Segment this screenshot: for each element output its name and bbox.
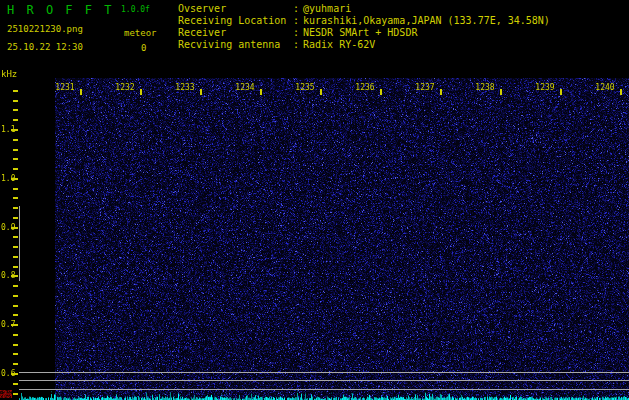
time-tick-label: 1238 bbox=[475, 83, 495, 92]
time-tick bbox=[620, 89, 622, 95]
freq-minor-tick bbox=[13, 168, 18, 170]
time-tick-label: 1235 bbox=[295, 83, 315, 92]
freq-minor-tick bbox=[13, 305, 18, 307]
freq-minor-tick bbox=[13, 353, 18, 355]
output-filename: 2510221230.png bbox=[7, 24, 83, 34]
freq-minor-tick bbox=[13, 207, 18, 209]
station-info-row: Receiving Location:kurashiki,Okayama,JAP… bbox=[178, 15, 550, 27]
freq-minor-tick bbox=[13, 100, 18, 102]
freq-minor-tick bbox=[13, 109, 18, 111]
time-tick bbox=[140, 89, 142, 95]
freq-minor-tick bbox=[13, 363, 18, 365]
spectrogram-canvas bbox=[55, 78, 629, 400]
freq-minor-tick bbox=[13, 314, 18, 316]
freq-tick-label: 1.0 bbox=[1, 174, 15, 183]
freq-tick-label: 0.8 bbox=[1, 271, 15, 280]
freq-minor-tick bbox=[13, 188, 18, 190]
info-value: Radix RY-62V bbox=[303, 39, 375, 51]
station-info-row: Receiver:NESDR SMArt + HDSDR bbox=[178, 27, 550, 39]
info-value: @yuhmari bbox=[303, 3, 351, 15]
time-tick-label: 1236 bbox=[355, 83, 375, 92]
freq-minor-tick bbox=[13, 256, 18, 258]
station-info-row: Ovserver:@yuhmari bbox=[178, 3, 550, 15]
freq-minor-tick bbox=[13, 236, 18, 238]
app-title: H R O F F T bbox=[7, 3, 114, 17]
freq-axis-unit: kHz bbox=[1, 69, 17, 79]
freq-minor-tick bbox=[13, 334, 18, 336]
time-tick bbox=[80, 89, 82, 95]
freq-minor-tick bbox=[13, 139, 18, 141]
time-tick-label: 1237 bbox=[415, 83, 435, 92]
time-tick bbox=[500, 89, 502, 95]
observation-datetime: 25.10.22 12:30 bbox=[7, 42, 83, 52]
info-label: Recviving antenna bbox=[178, 39, 293, 51]
info-separator: : bbox=[293, 27, 299, 39]
info-label: Receiving Location bbox=[178, 15, 293, 27]
freq-minor-tick bbox=[13, 119, 18, 121]
app-version: 1.0.0f bbox=[121, 5, 150, 14]
info-separator: : bbox=[293, 15, 299, 27]
freq-minor-tick bbox=[13, 285, 18, 287]
signal-level-trace bbox=[19, 390, 629, 400]
time-tick bbox=[260, 89, 262, 95]
meteor-count-label: meteor bbox=[124, 28, 157, 38]
freq-minor-tick bbox=[13, 266, 18, 268]
carrier-marker-line bbox=[19, 372, 629, 373]
freq-minor-tick bbox=[13, 295, 18, 297]
freq-minor-tick bbox=[13, 158, 18, 160]
time-tick bbox=[440, 89, 442, 95]
info-label: Receiver bbox=[178, 27, 293, 39]
hrofft-window: H R O F F T 1.0.0f 2510221230.png meteor… bbox=[0, 0, 629, 400]
time-tick bbox=[320, 89, 322, 95]
freq-minor-tick bbox=[13, 246, 18, 248]
freq-minor-tick bbox=[13, 197, 18, 199]
freq-tick-label: 1.1 bbox=[1, 125, 15, 134]
time-tick-label: 1232 bbox=[115, 83, 135, 92]
detection-band-marker bbox=[19, 206, 20, 281]
level-legend-red bbox=[0, 390, 12, 398]
freq-tick-label: 0.6 bbox=[1, 369, 15, 378]
time-tick bbox=[380, 89, 382, 95]
freq-minor-tick bbox=[13, 344, 18, 346]
freq-minor-tick bbox=[13, 383, 18, 385]
info-label: Ovserver bbox=[178, 3, 293, 15]
time-tick-label: 1239 bbox=[535, 83, 555, 92]
meteor-count-value: 0 bbox=[141, 43, 146, 53]
freq-tick-label: 0.7 bbox=[1, 320, 15, 329]
freq-tick-label: 0.9 bbox=[1, 223, 15, 232]
info-separator: : bbox=[293, 3, 299, 15]
time-tick-label: 1233 bbox=[175, 83, 195, 92]
freq-minor-tick bbox=[13, 149, 18, 151]
info-value: NESDR SMArt + HDSDR bbox=[303, 27, 417, 39]
info-value: kurashiki,Okayama,JAPAN (133.77E, 34.58N… bbox=[303, 15, 550, 27]
carrier-marker-line bbox=[19, 380, 629, 381]
freq-minor-tick bbox=[13, 217, 18, 219]
time-tick-label: 1234 bbox=[235, 83, 255, 92]
time-tick bbox=[200, 89, 202, 95]
time-tick bbox=[560, 89, 562, 95]
freq-minor-tick bbox=[13, 90, 18, 92]
freq-minor-tick bbox=[13, 393, 18, 395]
time-tick-label: 1231 bbox=[55, 83, 75, 92]
carrier-marker-line bbox=[19, 389, 629, 390]
info-separator: : bbox=[293, 39, 299, 51]
time-tick-label: 1240 bbox=[595, 83, 615, 92]
station-info: Ovserver:@yuhmariReceiving Location:kura… bbox=[178, 3, 550, 51]
station-info-row: Recviving antenna:Radix RY-62V bbox=[178, 39, 550, 51]
